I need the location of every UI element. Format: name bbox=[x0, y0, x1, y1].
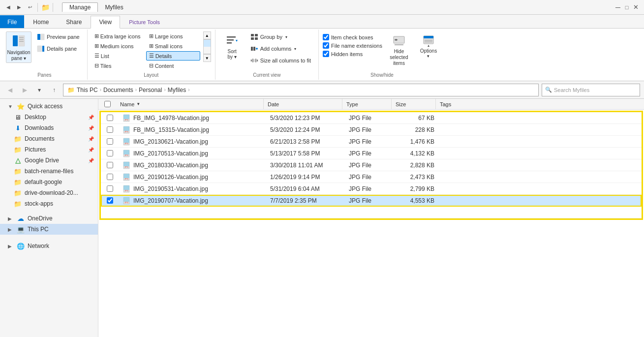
manage-tab-title[interactable]: Manage bbox=[62, 2, 98, 12]
tab-view[interactable]: View bbox=[91, 16, 120, 29]
address-input[interactable]: 📁 This PC › Documents › Personal › Myfil… bbox=[63, 84, 539, 96]
sidebar-item-onedrive[interactable]: ▶ ☁ OneDrive bbox=[0, 213, 98, 224]
checkbox-5[interactable] bbox=[107, 162, 113, 168]
group-by-button[interactable]: Group by ▾ bbox=[247, 31, 314, 42]
col-header-name[interactable]: Name ▼ bbox=[116, 99, 264, 109]
sidebar-item-batch-rename[interactable]: 📁 batch-rename-files bbox=[0, 166, 98, 177]
quick-access-back[interactable]: ◀ bbox=[4, 3, 13, 12]
file-row[interactable]: JPG IMG_20190126-Vacation.jpg 1/26/2019 … bbox=[101, 171, 642, 183]
file-row[interactable]: JPG IMG_20170513-Vacation.jpg 5/13/2017 … bbox=[101, 148, 642, 159]
checkbox-7[interactable] bbox=[107, 185, 113, 192]
col-header-date[interactable]: Date bbox=[264, 99, 342, 109]
row-checkbox-4[interactable] bbox=[101, 150, 119, 156]
minimize-button[interactable]: ─ bbox=[613, 3, 622, 12]
hide-selected-button[interactable]: Hide selecteditems bbox=[384, 31, 414, 68]
row-checkbox-7[interactable] bbox=[101, 185, 119, 192]
layout-scroll-down[interactable]: ▼ bbox=[203, 54, 211, 62]
sidebar-item-google-drive[interactable]: △ Google Drive 📌 bbox=[0, 155, 98, 166]
preview-pane-label: Preview pane bbox=[47, 34, 80, 40]
layout-details[interactable]: ☰ Details bbox=[146, 51, 200, 61]
breadcrumb-thispc[interactable]: This PC bbox=[77, 87, 98, 93]
add-columns-button[interactable]: Add columns ▾ bbox=[247, 43, 314, 54]
breadcrumb-myfiles[interactable]: Myfiles bbox=[168, 87, 186, 93]
item-check-boxes-checkbox[interactable] bbox=[323, 34, 329, 40]
file-name-extensions-checkbox[interactable] bbox=[323, 42, 329, 49]
col-header-tags[interactable]: Tags bbox=[436, 99, 644, 109]
row-checkbox-5[interactable] bbox=[101, 162, 119, 168]
options-button[interactable]: Options ▾ bbox=[416, 31, 441, 59]
sidebar-item-network[interactable]: ▶ 🌐 Network bbox=[0, 241, 98, 251]
layout-large[interactable]: ⊞ Large icons bbox=[146, 31, 200, 41]
layout-content[interactable]: ⊟ Content bbox=[146, 61, 200, 70]
file-row[interactable]: JPG FB_IMG_15315-Vacation.jpg 5/3/2020 1… bbox=[101, 124, 642, 136]
close-button[interactable]: ✕ bbox=[631, 3, 640, 12]
checkbox-4[interactable] bbox=[107, 150, 113, 156]
preview-pane-button[interactable]: Preview pane bbox=[33, 31, 83, 42]
breadcrumb-personal[interactable]: Personal bbox=[139, 87, 162, 93]
sidebar-item-downloads[interactable]: ⬇ Downloads 📌 bbox=[0, 123, 98, 133]
small-icon: ⊞ bbox=[149, 43, 153, 49]
hidden-items-checkbox[interactable] bbox=[323, 51, 329, 57]
search-box[interactable]: 🔍 Search Myfiles bbox=[542, 84, 640, 96]
row-checkbox-8[interactable] bbox=[101, 197, 119, 204]
row-checkbox-2[interactable] bbox=[101, 126, 119, 133]
row-checkbox-1[interactable] bbox=[101, 115, 119, 121]
checkbox-1[interactable] bbox=[107, 115, 113, 121]
col-header-type[interactable]: Type bbox=[342, 99, 392, 109]
pictures-label: Pictures bbox=[25, 146, 46, 153]
sidebar-item-quick-access[interactable]: ▼ ⭐ Quick access bbox=[0, 101, 98, 112]
item-check-boxes-option[interactable]: Item check boxes bbox=[323, 33, 382, 41]
separator-3: › bbox=[164, 87, 165, 92]
layout-medium[interactable]: ⊞ Medium icons bbox=[92, 41, 146, 51]
tab-file[interactable]: File bbox=[0, 15, 24, 28]
col-header-size[interactable]: Size bbox=[392, 99, 436, 109]
hidden-items-option[interactable]: Hidden items bbox=[323, 50, 382, 58]
tab-home[interactable]: Home bbox=[25, 15, 57, 28]
forward-button[interactable]: ▶ bbox=[19, 84, 31, 96]
checkbox-3[interactable] bbox=[107, 138, 113, 145]
tab-picture-tools[interactable]: Picture Tools bbox=[121, 15, 168, 28]
file-row[interactable]: JPG FB_IMG_14978-Vacation.jpg 5/3/2020 1… bbox=[101, 112, 642, 124]
up-button[interactable]: ↑ bbox=[48, 84, 60, 96]
maximize-button[interactable]: □ bbox=[622, 3, 631, 12]
quick-access-forward[interactable]: ▶ bbox=[15, 3, 24, 12]
file-row[interactable]: JPG IMG_20190531-Vacation.jpg 5/31/2019 … bbox=[101, 183, 642, 195]
sidebar-item-desktop[interactable]: 🖥 Desktop 📌 bbox=[0, 112, 98, 123]
layout-list[interactable]: ☰ List bbox=[92, 51, 146, 61]
file-name-extensions-option[interactable]: File name extensions bbox=[323, 42, 382, 49]
checkbox-6[interactable] bbox=[107, 174, 113, 180]
checkbox-8[interactable] bbox=[107, 197, 113, 204]
breadcrumb-documents[interactable]: Documents bbox=[103, 87, 133, 93]
undo-icon[interactable]: ↩ bbox=[26, 3, 34, 12]
sort-by-button[interactable]: Sortby ▾ bbox=[219, 31, 245, 61]
panes-label: Panes bbox=[37, 70, 51, 78]
checkbox-2[interactable] bbox=[107, 126, 113, 133]
file-icon-2: JPG bbox=[123, 126, 130, 134]
size-all-columns-button[interactable]: Size all columns to fit bbox=[247, 55, 314, 66]
row-checkbox-3[interactable] bbox=[101, 138, 119, 145]
sidebar-item-pictures[interactable]: 📁 Pictures 📌 bbox=[0, 144, 98, 155]
recent-locations-button[interactable]: ▾ bbox=[33, 84, 45, 96]
file-row[interactable]: JPG IMG_20130621-Vacation.jpg 6/21/2013 … bbox=[101, 136, 642, 148]
select-all-checkbox[interactable] bbox=[104, 101, 111, 107]
layout-small[interactable]: ⊞ Small icons bbox=[146, 41, 200, 51]
svg-rect-33 bbox=[425, 41, 432, 42]
sidebar-item-drive-download[interactable]: 📁 drive-download-20... bbox=[0, 187, 98, 198]
layout-tiles[interactable]: ⊟ Tiles bbox=[92, 61, 146, 70]
file-row[interactable]: JPG IMG_20190707-Vacation.jpg 7/7/2019 2… bbox=[101, 195, 642, 207]
layout-scroll-up[interactable]: ▲ bbox=[203, 31, 211, 39]
navigation-pane-button[interactable]: Navigationpane ▾ bbox=[6, 31, 31, 63]
layout-extra-large[interactable]: ⊞ Extra large icons bbox=[92, 31, 146, 41]
row-checkbox-6[interactable] bbox=[101, 174, 119, 180]
sidebar-item-documents[interactable]: 📁 Documents 📌 bbox=[0, 133, 98, 144]
file-row[interactable]: JPG IMG_20180330-Vacation.jpg 3/30/2018 … bbox=[101, 159, 642, 171]
sidebar-item-stock-apps[interactable]: 📁 stock-apps bbox=[0, 198, 98, 209]
panes-content: Navigationpane ▾ Preview pane bbox=[6, 31, 83, 70]
sidebar-item-default-google[interactable]: 📁 default-google bbox=[0, 177, 98, 187]
details-pane-button[interactable]: Details pane bbox=[33, 43, 83, 54]
back-button[interactable]: ◀ bbox=[4, 84, 16, 96]
tab-share[interactable]: Share bbox=[58, 15, 90, 28]
folder-icon: 📁 bbox=[41, 3, 50, 12]
extra-large-icon: ⊞ bbox=[94, 33, 99, 39]
sidebar-item-this-pc[interactable]: ▶ 💻 This PC bbox=[0, 224, 98, 235]
